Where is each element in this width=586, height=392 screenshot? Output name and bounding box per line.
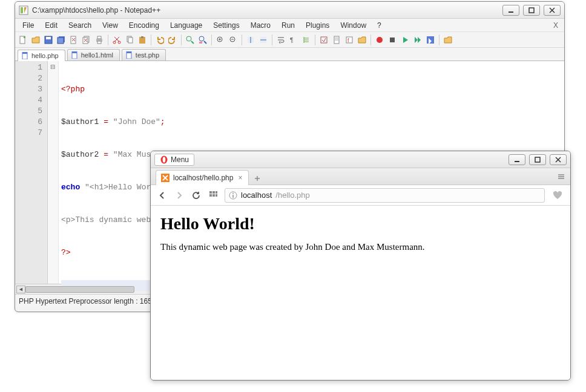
notepadpp-toolbar: ¶ f xyxy=(15,32,564,48)
cut-icon[interactable] xyxy=(111,34,122,45)
stop-macro-icon[interactable] xyxy=(387,34,398,45)
svg-rect-47 xyxy=(515,161,519,162)
folder-workspace-icon[interactable] xyxy=(357,34,367,45)
lang-user-icon[interactable] xyxy=(318,34,329,45)
forward-button[interactable] xyxy=(174,190,185,201)
svg-rect-19 xyxy=(128,38,133,43)
svg-text:¶: ¶ xyxy=(290,37,293,44)
line-number-gutter: 1 2 3 4 5 6 7 xyxy=(15,61,48,284)
menu-file[interactable]: File xyxy=(18,20,39,31)
menu-view[interactable]: View xyxy=(97,20,123,31)
opera-logo-icon xyxy=(160,155,168,164)
close-button[interactable] xyxy=(544,5,561,16)
url-path: /hello.php xyxy=(275,191,309,200)
opera-titlebar[interactable]: Menu xyxy=(151,151,570,168)
maximize-button[interactable] xyxy=(529,154,546,165)
save-macro-icon[interactable] xyxy=(425,34,436,45)
find-icon[interactable] xyxy=(185,34,196,45)
menu-help[interactable]: ? xyxy=(372,20,386,31)
tab-close-icon[interactable]: × xyxy=(237,174,243,182)
menu-run[interactable]: Run xyxy=(277,20,300,31)
back-button[interactable] xyxy=(157,190,168,201)
scrollbar-thumb[interactable] xyxy=(25,286,134,293)
file-tab-hello1-html[interactable]: hello1.html xyxy=(67,49,120,60)
opera-tab-label: localhost/hello.php xyxy=(173,174,233,182)
indent-guide-icon[interactable] xyxy=(301,34,312,45)
save-all-icon[interactable] xyxy=(56,34,67,45)
copy-icon[interactable] xyxy=(124,34,135,45)
file-tab-test-php[interactable]: test.php xyxy=(122,49,166,60)
func-list-icon[interactable]: f xyxy=(344,34,355,45)
minimize-button[interactable] xyxy=(502,5,519,16)
new-file-icon[interactable] xyxy=(18,34,28,45)
sync-v-icon[interactable] xyxy=(245,34,256,45)
page-heading: Hello World! xyxy=(160,214,561,234)
opera-tab-active[interactable]: localhost/hello.php × xyxy=(156,170,249,185)
print-icon[interactable] xyxy=(94,34,105,45)
new-tab-button[interactable] xyxy=(249,172,266,185)
file-blue-icon xyxy=(22,52,29,59)
undo-icon[interactable] xyxy=(154,34,165,45)
scroll-left-arrow-icon[interactable]: ◄ xyxy=(16,286,25,293)
paste-icon[interactable] xyxy=(137,34,148,45)
play-multi-icon[interactable] xyxy=(412,34,423,45)
svg-rect-14 xyxy=(97,36,101,39)
notepadpp-menubar: File Edit Search View Encoding Language … xyxy=(15,19,564,32)
opera-address-bar: localhost/hello.php xyxy=(151,185,570,206)
menu-plugins[interactable]: Plugins xyxy=(301,20,334,31)
menu-edit[interactable]: Edit xyxy=(40,20,62,31)
file-tab-label: test.php xyxy=(136,51,159,59)
url-input[interactable]: localhost/hello.php xyxy=(225,188,545,203)
close-button[interactable] xyxy=(550,154,567,165)
svg-rect-50 xyxy=(209,191,212,194)
window-controls xyxy=(502,5,561,16)
menu-settings[interactable]: Settings xyxy=(208,20,244,31)
menu-encoding[interactable]: Encoding xyxy=(124,20,164,31)
site-info-icon[interactable] xyxy=(229,191,237,200)
reload-button[interactable] xyxy=(191,190,202,201)
fold-gutter[interactable]: ⊟ xyxy=(48,61,59,284)
svg-rect-58 xyxy=(232,193,234,194)
menu-language[interactable]: Language xyxy=(165,20,207,31)
zoom-in-icon[interactable] xyxy=(215,34,226,45)
speed-dial-button[interactable] xyxy=(208,190,219,201)
bookmark-heart-button[interactable] xyxy=(551,189,564,202)
all-chars-icon[interactable]: ¶ xyxy=(288,34,299,45)
open-file-icon[interactable] xyxy=(30,34,41,45)
wordwrap-icon[interactable] xyxy=(275,34,286,45)
svg-rect-55 xyxy=(216,194,217,197)
menu-window[interactable]: Window xyxy=(335,20,371,31)
close-file-icon[interactable] xyxy=(68,34,79,45)
svg-rect-3 xyxy=(529,8,534,13)
show-folder-icon[interactable] xyxy=(443,34,453,45)
menu-macro[interactable]: Macro xyxy=(246,20,275,31)
sync-h-icon[interactable] xyxy=(258,34,269,45)
menubar-close-doc[interactable]: X xyxy=(550,21,562,30)
notepadpp-file-tabs: hello.php hello1.html test.php xyxy=(15,48,564,61)
notepadpp-titlebar[interactable]: C:\xampp\htdocs\hello.php - Notepad++ xyxy=(15,2,564,19)
redo-icon[interactable] xyxy=(167,34,178,45)
file-tab-hello-php[interactable]: hello.php xyxy=(18,50,65,61)
toolbar-separator xyxy=(242,34,242,45)
replace-icon[interactable] xyxy=(197,34,208,45)
save-icon[interactable] xyxy=(43,34,54,45)
minimize-button[interactable] xyxy=(509,154,525,165)
svg-rect-48 xyxy=(535,157,540,162)
panel-toggle-icon[interactable] xyxy=(557,172,565,181)
maximize-button[interactable] xyxy=(523,5,540,16)
page-paragraph: This dynamic web page was created by Joh… xyxy=(160,242,561,252)
file-tab-label: hello1.html xyxy=(81,51,113,59)
svg-rect-15 xyxy=(97,41,101,44)
zoom-out-icon[interactable] xyxy=(228,34,239,45)
svg-rect-24 xyxy=(199,42,202,44)
svg-rect-32 xyxy=(335,38,338,39)
close-all-icon[interactable] xyxy=(81,34,92,45)
toolbar-separator xyxy=(439,34,440,45)
url-host: localhost xyxy=(241,191,272,200)
record-macro-icon[interactable] xyxy=(374,34,385,45)
menu-search[interactable]: Search xyxy=(64,20,96,31)
doc-map-icon[interactable] xyxy=(331,34,342,45)
opera-menu-button[interactable]: Menu xyxy=(154,154,194,166)
svg-rect-54 xyxy=(212,194,215,197)
play-macro-icon[interactable] xyxy=(400,34,410,45)
